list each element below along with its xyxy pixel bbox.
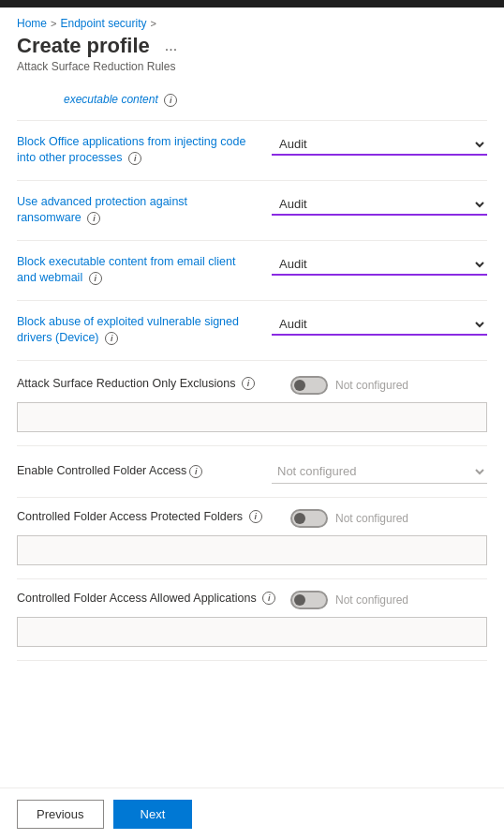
setting-email-executable: Block executable content from email clie…: [17, 241, 487, 301]
setting-email-executable-label-col: Block executable content from email clie…: [17, 254, 260, 287]
cfa-protected-folders-input[interactable]: [17, 535, 487, 565]
page-header: Create profile ... Attack Surface Reduct…: [0, 34, 504, 77]
setting-block-office: Block Office applications from injecting…: [17, 121, 487, 181]
setting-vulnerable-drivers-label[interactable]: Block abuse of exploited vulnerable sign…: [17, 315, 239, 345]
setting-ransomware-label-col: Use advanced protection against ransomwa…: [17, 194, 260, 227]
partial-label: executable content: [64, 93, 158, 106]
cfa-allowed-apps-info-icon[interactable]: i: [262, 592, 275, 605]
cfa-protected-folders-toggle-thumb: [294, 513, 305, 524]
partial-info-icon[interactable]: i: [164, 94, 177, 107]
page-title: Create profile: [17, 34, 150, 58]
setting-block-office-info-icon[interactable]: i: [128, 152, 141, 165]
cfa-protected-folders-label-col: Controlled Folder Access Protected Folde…: [17, 509, 279, 526]
setting-vulnerable-drivers: Block abuse of exploited vulnerable sign…: [17, 301, 487, 361]
cfa-protected-folders-row: Controlled Folder Access Protected Folde…: [17, 509, 487, 528]
setting-email-executable-label[interactable]: Block executable content from email clie…: [17, 255, 235, 285]
cfa-protected-folders-status: Not configured: [335, 512, 408, 525]
cfa-allowed-apps-value: Not configured: [290, 591, 487, 609]
breadcrumb-home[interactable]: Home: [17, 17, 47, 30]
cfa-protected-folders-text-input[interactable]: [23, 540, 481, 554]
ellipsis-button[interactable]: ...: [159, 36, 183, 56]
cfa-protected-folders-label: Controlled Folder Access Protected Folde…: [17, 510, 243, 523]
breadcrumb-sep-2: >: [151, 18, 156, 29]
asr-exclusions-row: Attack Surface Reduction Only Exclusions…: [17, 376, 487, 395]
asr-exclusions-status: Not configured: [335, 379, 408, 392]
setting-vulnerable-drivers-label-col: Block abuse of exploited vulnerable sign…: [17, 314, 260, 347]
setting-ransomware-select[interactable]: Audit: [272, 194, 487, 216]
asr-exclusions-text-input[interactable]: [23, 407, 481, 421]
top-bar: [0, 0, 504, 8]
enable-cfa-row: Enable Controlled Folder Access i Not co…: [17, 446, 487, 498]
asr-exclusions-section: Attack Surface Reduction Only Exclusions…: [17, 361, 487, 446]
cfa-protected-folders-info-icon[interactable]: i: [249, 510, 262, 523]
next-button[interactable]: Next: [113, 800, 193, 829]
setting-vulnerable-drivers-info-icon[interactable]: i: [105, 332, 118, 345]
setting-email-executable-value: Audit: [272, 254, 487, 276]
setting-email-executable-info-icon[interactable]: i: [89, 272, 102, 285]
setting-ransomware: Use advanced protection against ransomwa…: [17, 181, 487, 241]
enable-cfa-value: Not configured: [272, 459, 487, 484]
enable-cfa-label: Enable Controlled Folder Access: [17, 463, 186, 480]
setting-ransomware-label[interactable]: Use advanced protection against ransomwa…: [17, 195, 187, 225]
asr-exclusions-value: Not configured: [290, 376, 487, 395]
cfa-allowed-apps-input[interactable]: [17, 617, 487, 647]
enable-cfa-label-col: Enable Controlled Folder Access i: [17, 463, 260, 480]
setting-block-office-label-col: Block Office applications from injecting…: [17, 134, 260, 167]
breadcrumb: Home > Endpoint security >: [0, 8, 504, 34]
cfa-allowed-apps-row: Controlled Folder Access Allowed Applica…: [17, 591, 487, 609]
cfa-protected-folders-section: Controlled Folder Access Protected Folde…: [17, 498, 487, 579]
content-area: executable content i Block Office applic…: [0, 86, 504, 661]
cfa-allowed-apps-toggle-thumb: [294, 594, 305, 606]
previous-button[interactable]: Previous: [17, 800, 104, 829]
setting-ransomware-value: Audit: [272, 194, 487, 216]
asr-exclusions-label: Attack Surface Reduction Only Exclusions: [17, 377, 235, 390]
cfa-protected-folders-toggle[interactable]: [290, 509, 328, 528]
asr-exclusions-info-icon[interactable]: i: [242, 377, 255, 390]
cfa-allowed-apps-label: Controlled Folder Access Allowed Applica…: [17, 592, 257, 605]
cfa-allowed-apps-label-col: Controlled Folder Access Allowed Applica…: [17, 591, 279, 608]
cfa-allowed-apps-status: Not configured: [335, 593, 408, 607]
breadcrumb-endpoint-security[interactable]: Endpoint security: [60, 17, 146, 30]
setting-vulnerable-drivers-select[interactable]: Audit: [272, 314, 487, 336]
page-subtitle: Attack Surface Reduction Rules: [17, 60, 487, 73]
cfa-allowed-apps-text-input[interactable]: [23, 622, 481, 636]
setting-email-executable-select[interactable]: Audit: [272, 254, 487, 276]
asr-exclusions-toggle-thumb: [294, 380, 305, 391]
breadcrumb-sep-1: >: [51, 18, 56, 29]
cfa-allowed-apps-toggle[interactable]: [290, 591, 328, 609]
cfa-allowed-apps-section: Controlled Folder Access Allowed Applica…: [17, 579, 487, 661]
setting-block-office-select[interactable]: Audit: [272, 134, 487, 156]
enable-cfa-info-icon[interactable]: i: [189, 465, 202, 478]
asr-exclusions-input[interactable]: [17, 402, 487, 432]
bottom-nav: Previous Next: [0, 788, 504, 840]
setting-block-office-value: Audit: [272, 134, 487, 156]
setting-vulnerable-drivers-value: Audit: [272, 314, 487, 336]
asr-exclusions-label-col: Attack Surface Reduction Only Exclusions…: [17, 376, 279, 393]
cfa-protected-folders-value: Not configured: [290, 509, 487, 528]
partial-section: executable content i: [17, 86, 487, 121]
asr-exclusions-toggle[interactable]: [290, 376, 328, 395]
enable-cfa-select[interactable]: Not configured: [272, 459, 487, 484]
setting-ransomware-info-icon[interactable]: i: [87, 212, 100, 225]
